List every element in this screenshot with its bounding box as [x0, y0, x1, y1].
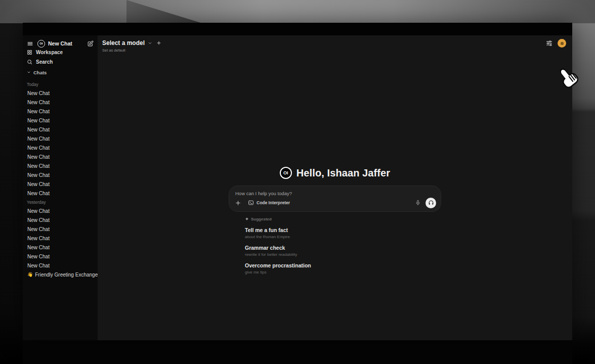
hero-section: OI Hello, Ishaan Jaffer Code Inter — [229, 166, 441, 275]
chat-list-item[interactable]: New Chat — [27, 116, 94, 125]
chat-item-label: New Chat — [27, 127, 50, 132]
chat-item-label: New Chat — [27, 181, 50, 187]
chat-item-label: New Chat — [27, 191, 50, 196]
suggestion-subtitle: give me tips — [245, 270, 441, 275]
chat-group: Yesterday New Chat — [27, 199, 94, 279]
chat-list-item[interactable]: New Chat — [27, 243, 94, 252]
app-logo-large: OI — [280, 167, 292, 179]
chat-item-label: New Chat — [27, 172, 50, 178]
chat-item-label: New Chat — [27, 118, 50, 123]
model-selector-block: Select a model Set as default — [98, 35, 572, 53]
chat-list-item[interactable]: New Chat — [27, 98, 94, 107]
suggestion-item[interactable]: Overcome procrastination give me tips — [245, 262, 441, 275]
attach-plus-icon[interactable] — [235, 200, 241, 206]
chat-list-item[interactable]: New Chat — [27, 252, 94, 261]
chat-list-item[interactable]: New Chat — [27, 161, 94, 170]
chat-list: Today New Chat New — [27, 76, 94, 279]
chevron-down-icon — [148, 41, 152, 46]
chat-item-label: New Chat — [27, 100, 50, 105]
chats-label: Chats — [33, 70, 47, 75]
suggestion-item[interactable]: Grammar check rewrite it for better read… — [245, 245, 441, 257]
model-selector-label: Select a model — [102, 39, 145, 47]
chats-section-toggle[interactable]: Chats — [27, 69, 94, 76]
chat-list-item[interactable]: New Chat — [27, 170, 94, 179]
chat-list-item[interactable]: New Chat — [27, 234, 94, 243]
app-window: OI New Chat Workspace Search — [23, 23, 572, 340]
chat-item-label: New Chat — [27, 226, 50, 232]
user-avatar[interactable] — [558, 39, 566, 48]
chat-group-items: New Chat New Chat New Chat — [27, 206, 94, 279]
chat-item-label: New Chat — [27, 145, 50, 151]
sidebar-header: OI New Chat — [27, 39, 94, 48]
window-titlebar — [23, 23, 572, 35]
chat-list-item[interactable]: New Chat — [27, 143, 94, 152]
chat-item-label: New Chat — [27, 163, 50, 169]
sidebar-toggle-icon[interactable] — [27, 40, 33, 47]
chat-item-label: New Chat — [27, 254, 50, 259]
chat-list-item[interactable]: 👋 Friendly Greeting Exchange — [27, 270, 94, 279]
workspace-label: Workspace — [36, 50, 63, 55]
code-interpreter-label: Code Interpreter — [257, 200, 290, 205]
chevron-down-icon — [27, 70, 31, 74]
chat-list-item[interactable]: New Chat — [27, 224, 94, 234]
header-actions — [545, 39, 566, 48]
greeting-row: OI Hello, Ishaan Jaffer — [229, 166, 441, 179]
chat-item-label: New Chat — [27, 245, 50, 250]
sidebar-title: New Chat — [48, 40, 87, 47]
chat-group-label: Today — [27, 81, 94, 87]
wallpaper-top — [0, 0, 595, 23]
chat-item-label: Friendly Greeting Exchange — [35, 272, 98, 278]
suggestion-list: Tell me a fun fact about the Roman Empir… — [245, 227, 441, 275]
suggestion-title: Overcome procrastination — [245, 262, 441, 269]
code-interpreter-toggle[interactable]: Code Interpreter — [248, 200, 290, 206]
chat-list-item[interactable]: New Chat — [27, 206, 94, 215]
message-composer: Code Interpreter — [229, 186, 441, 212]
wave-emoji: 👋 — [27, 272, 33, 277]
chat-list-item[interactable]: New Chat — [27, 189, 94, 198]
set-default-link[interactable]: Set as default — [102, 48, 572, 53]
app-body: OI New Chat Workspace Search — [23, 35, 572, 340]
suggestion-subtitle: rewrite it for better readability — [245, 252, 441, 257]
new-chat-icon[interactable] — [87, 40, 94, 47]
chat-list-item[interactable]: New Chat — [27, 152, 94, 161]
suggested-section: Suggested Tell me a fun fact about the R… — [229, 216, 441, 275]
suggestion-subtitle: about the Roman Empire — [245, 235, 441, 240]
message-input[interactable] — [229, 186, 441, 198]
greeting-text: Hello, Ishaan Jaffer — [296, 167, 390, 179]
chat-list-item[interactable]: New Chat — [27, 134, 94, 143]
chat-list-item[interactable]: New Chat — [27, 261, 94, 270]
composer-controls: Code Interpreter — [229, 198, 441, 211]
sidebar-item-search[interactable]: Search — [27, 57, 94, 67]
avatar-mark — [561, 42, 564, 45]
suggestion-title: Grammar check — [245, 245, 441, 251]
chat-list-item[interactable]: New Chat — [27, 179, 94, 189]
voice-call-button[interactable] — [426, 198, 436, 208]
sidebar: OI New Chat Workspace Search — [23, 35, 98, 340]
chat-list-item[interactable]: New Chat — [27, 88, 94, 98]
chat-group-items: New Chat New Chat New Chat — [27, 88, 94, 198]
chat-item-label: New Chat — [27, 236, 50, 241]
chat-list-item[interactable]: New Chat — [27, 107, 94, 116]
grid-icon — [27, 50, 32, 55]
sidebar-item-workspace[interactable]: Workspace — [27, 48, 94, 57]
microphone-icon[interactable] — [415, 200, 421, 206]
add-model-icon[interactable] — [156, 40, 161, 46]
suggestion-item[interactable]: Tell me a fun fact about the Roman Empir… — [245, 227, 441, 240]
chat-item-label: New Chat — [27, 208, 50, 214]
chat-list-item[interactable]: New Chat — [27, 125, 94, 134]
chat-item-label: New Chat — [27, 90, 50, 96]
chat-item-label: New Chat — [27, 217, 50, 223]
chat-list-item[interactable]: New Chat — [27, 215, 94, 224]
chat-item-label: New Chat — [27, 109, 50, 114]
main-panel: Select a model Set as default — [98, 35, 572, 340]
model-selector[interactable]: Select a model — [102, 39, 572, 47]
wallpaper-bottom — [23, 340, 572, 364]
suggestion-title: Tell me a fun fact — [245, 227, 441, 234]
sparkle-icon — [245, 217, 249, 221]
suggested-label: Suggested — [251, 217, 272, 221]
search-icon — [27, 59, 32, 65]
chat-item-label: New Chat — [27, 154, 50, 160]
suggested-header: Suggested — [245, 216, 441, 222]
wallpaper-right — [572, 23, 595, 364]
settings-sliders-icon[interactable] — [545, 39, 553, 47]
